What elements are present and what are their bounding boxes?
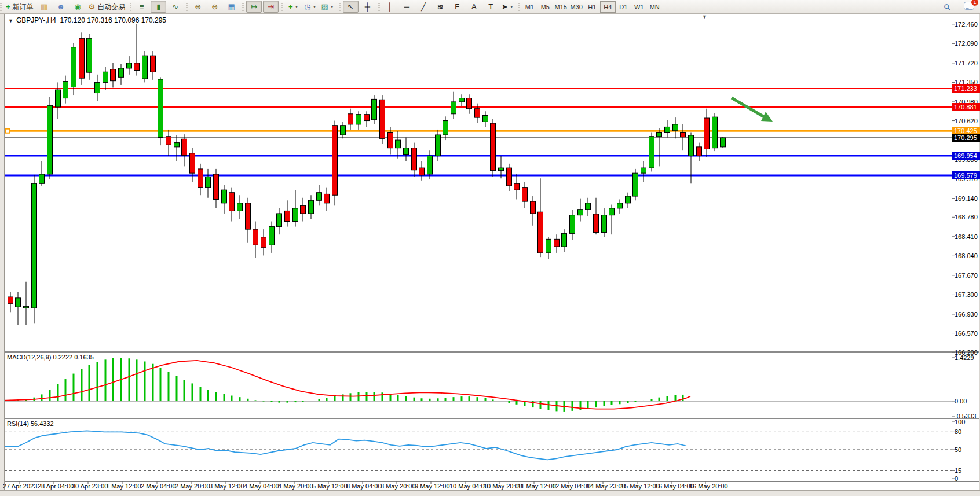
timeframe-m30-button[interactable]: M30 [569,1,584,13]
candle-body [689,135,694,156]
line-chart-button[interactable]: ∿ [167,1,183,13]
price-axis-label: 167.670 [955,272,978,279]
zoom-in-button[interactable]: ⊕ [190,1,206,13]
auto-scroll-button[interactable]: ↦ [246,1,262,13]
indicators-caret-icon[interactable]: ▼ [295,5,299,9]
time-axis-label: 30 Apr 23:00 [72,483,108,490]
search-button[interactable]: ⚲ [939,1,955,13]
candle-body [412,148,417,170]
price-axis-label: 169.140 [955,195,978,202]
profiles-button[interactable]: ☻ [53,1,69,13]
time-axis-label: 14 May 23:00 [587,483,626,490]
price-axis-label: 172.460 [955,21,978,28]
time-axis-label: 2 May 04:00 [141,483,176,490]
timeframe-w1-button[interactable]: W1 [631,1,647,13]
timeframe-d1-button[interactable]: D1 [616,1,631,13]
equidistant-channel-button[interactable]: ≋ [433,1,448,13]
templates-button[interactable]: ▨▼ [320,1,336,13]
candle-body [166,137,171,145]
periods-button[interactable]: ◷▼ [302,1,318,13]
candlesticks-button[interactable]: ▮ [151,1,166,13]
timeframe-mn-button[interactable]: MN [647,1,663,13]
time-axis-label: 9 May 12:00 [415,483,450,490]
time-axis-label: 8 May 04:00 [346,483,382,490]
horizontal-line-button[interactable]: ─ [399,1,415,13]
timeframe-h1-button[interactable]: H1 [584,1,600,13]
timeframe-m5-button[interactable]: M5 [537,1,553,13]
chat-unread-badge: 1 [971,0,978,6]
toolbar-group-orders: +新订单▥☻◉⚙自动交易 [0,0,130,13]
text-label-button[interactable]: T [483,1,499,13]
chart-window-button[interactable]: ▥ [36,1,52,13]
candle-body [626,196,631,203]
price-axis-label: 166.930 [955,311,978,318]
new-order-button[interactable]: +新订单 [4,1,35,13]
zoom-in-icon: ⊕ [195,3,201,10]
zoom-out-button[interactable]: ⊖ [207,1,222,13]
tile-windows-button[interactable]: ▦ [224,1,239,13]
candle-body [222,190,227,203]
chat-button[interactable]: 1 [956,2,974,12]
templates-caret-icon[interactable]: ▼ [330,5,334,9]
auto-trading-button[interactable]: ⚙自动交易 [87,1,127,13]
price-badge-171.233: 171.233 [952,84,980,93]
cursor-button[interactable]: ↖ [343,1,359,13]
candle-body [546,239,551,253]
horizontal-line-icon: ─ [404,3,409,10]
chart-shift-marker[interactable]: ▼ [702,14,707,20]
candle-body [206,177,211,188]
indicators-button[interactable]: +▼ [286,1,301,13]
candle-body [324,194,330,203]
chart-shift-icon: ⇥ [268,3,274,10]
arrow-objects-caret-icon[interactable]: ▼ [510,5,514,9]
candle-body [134,63,140,71]
ohlc-bars-button[interactable]: ≡ [134,1,149,13]
candle-body [47,105,53,174]
periods-caret-icon[interactable]: ▼ [313,5,317,9]
toolbar-group-scroll: ↦⇥ [242,0,281,13]
annotation-arrow-shaft[interactable] [732,98,765,117]
price-axis-label: 166.570 [955,330,978,337]
candle-body [142,56,148,79]
timeframe-h4-button[interactable]: H4 [600,1,616,13]
time-axis-label: 12 May 04:00 [552,483,591,490]
time-axis-label: 10 May 04:00 [449,483,488,490]
chart-shift-button[interactable]: ⇥ [263,1,279,13]
templates-icon: ▨ [321,3,328,10]
candle-body [507,168,512,186]
text-label-icon: T [488,3,493,10]
arrow-objects-button[interactable]: ➤▼ [500,1,515,13]
candle-body [237,203,243,211]
candle-body [657,132,662,136]
candle-body [491,123,496,171]
chart-canvas[interactable] [0,0,980,496]
trendline-button[interactable]: ╱ [416,1,432,13]
vertical-line-button[interactable]: │ [382,1,398,13]
timeframe-m15-button[interactable]: M15 [553,1,569,13]
price-badge-169.954: 169.954 [952,152,980,160]
candle-body [111,69,116,81]
text-button[interactable]: A [466,1,482,13]
candle-body [364,115,370,121]
candle-body [649,137,654,168]
signals-button[interactable]: ◉ [70,1,86,13]
collapse-triangle-icon[interactable]: ▼ [8,18,13,24]
candle-body [712,117,718,148]
macd-axis-label: 1.4229 [955,354,974,361]
level-drag-handle[interactable] [6,129,10,133]
candle-body [63,82,68,98]
candle-body [317,193,322,201]
toolbar-group-cursor: ↖┼ [339,0,378,13]
candle-body [499,168,504,171]
candle-body [673,124,678,131]
search-icon: ⚲ [942,2,952,12]
timeframe-m1-button[interactable]: M1 [522,1,537,13]
chart-symbol-period: GBPJPY-,H4 [16,16,56,24]
candle-body [246,203,251,229]
candle-body [87,38,92,72]
toolbar-group-chart-types: ≡▮∿ [130,0,186,13]
time-axis-label: 27 Apr 2023 [3,483,37,490]
candle-body [419,168,425,175]
fibonacci-button[interactable]: F [449,1,465,13]
crosshair-button[interactable]: ┼ [360,1,375,13]
